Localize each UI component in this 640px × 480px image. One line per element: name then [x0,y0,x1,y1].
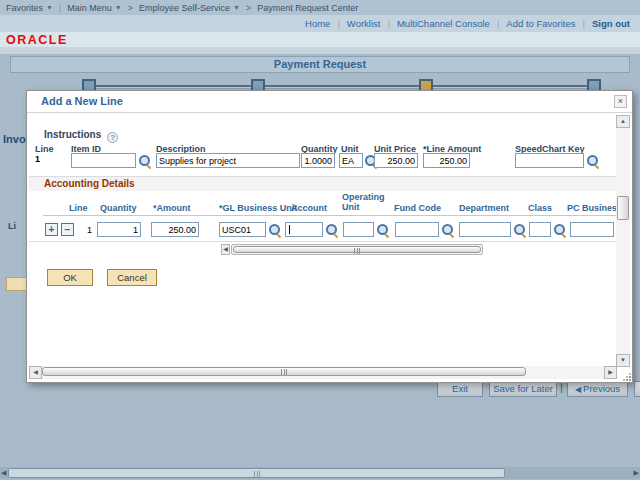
page-title: Payment Request [10,56,630,73]
grid-column-header: Fund Code [394,203,441,213]
multichannel-console-link[interactable]: MultiChannel Console [397,18,490,29]
gl-business-unit-lookup-icon[interactable] [269,224,281,236]
breadcrumb: Favorites ▼ | Main Menu ▼ > Employee Sel… [0,0,640,15]
class-input[interactable] [529,222,551,237]
department-input[interactable] [459,222,511,237]
link-separator: | [337,18,339,29]
page-horizontal-scrollbar[interactable]: ◀ ▶ [0,467,640,479]
logo-row: ORACLE [0,32,640,47]
account-input[interactable] [285,222,323,237]
ok-button[interactable]: OK [47,269,93,286]
instructions-label: Instructions? [44,129,118,143]
line-section-label-fragment: Li [8,221,23,231]
class-lookup-icon[interactable] [554,224,566,236]
previous-button[interactable]: ◀Previous [567,381,628,397]
favorites-menu[interactable]: Favorites ▼ [6,3,53,13]
line-amount-input[interactable] [423,153,470,168]
crumb-label: Payment Request Center [257,3,358,13]
grid-column-header: Account [291,203,327,213]
grid-column-header: Line [69,203,88,213]
scroll-right-icon[interactable]: ▶ [634,469,639,477]
gl-business-unit-input[interactable] [219,222,266,237]
wizard-step-line [88,85,600,89]
save-for-later-button[interactable]: Save for Later [489,381,557,397]
hscrollbar-thumb[interactable] [42,367,526,376]
scroll-up-icon[interactable]: ▲ [616,115,630,128]
unit-price-input[interactable] [374,153,418,168]
scroll-left-icon[interactable]: ◀ [29,366,42,379]
item-id-input[interactable] [71,153,136,168]
home-link[interactable]: Home [305,18,330,29]
account-lookup-icon[interactable] [326,224,338,236]
scroll-left-icon[interactable]: ◀ [221,244,230,255]
breadcrumb-employee-self-service[interactable]: Employee Self-Service ▼ [139,3,240,13]
line-number-value: 1 [35,154,40,164]
chevron-down-icon: ▼ [115,4,122,11]
item-id-lookup-icon[interactable] [139,155,151,167]
link-separator: | [583,18,585,29]
close-icon[interactable]: × [614,95,627,108]
exit-button-label: Exit [452,383,468,394]
scroll-down-icon[interactable]: ▼ [616,354,630,367]
accounting-grid-row: + − 1 [29,217,616,242]
instructions-text: Instructions [44,129,101,140]
breadcrumb-separator: | [59,3,61,13]
speedchart-lookup-icon[interactable] [587,155,599,167]
screen: Favorites ▼ | Main Menu ▼ > Employee Sel… [0,0,640,480]
speedchart-key-input[interactable] [515,153,584,168]
previous-label: Previous [583,383,620,394]
grid-horizontal-scrollbar[interactable]: ◀ [221,244,483,255]
operating-unit-lookup-icon[interactable] [377,224,389,236]
dialog-vertical-scrollbar[interactable]: ▲ ▼ [616,115,630,367]
dialog-title: Add a New Line [41,95,123,107]
operating-unit-input[interactable] [343,222,374,237]
page-scrollbar-thumb[interactable] [8,468,505,478]
grid-column-header: *Amount [153,203,191,213]
scroll-left-icon[interactable]: ◀ [1,469,6,477]
pc-business-unit-input[interactable] [570,222,614,237]
grid-scrollbar-thumb[interactable] [233,246,481,253]
breadcrumb-payment-request-center[interactable]: Payment Request Center [257,3,358,13]
oracle-logo: ORACLE [6,33,68,47]
vscrollbar-thumb[interactable] [617,196,629,220]
exit-button[interactable]: Exit [437,381,483,397]
fund-code-lookup-icon[interactable] [442,224,454,236]
grid-column-header: Department [459,203,509,213]
accounting-details-label: Accounting Details [44,178,135,189]
dialog-horizontal-scrollbar[interactable]: ◀ ▶ [29,366,617,379]
favorites-label: Favorites [6,3,43,13]
save-for-later-label: Save for Later [493,383,553,394]
description-input[interactable] [156,153,300,168]
link-separator: | [387,18,389,29]
dialog-titlebar: Add a New Line × [27,91,632,113]
add-to-favorites-link[interactable]: Add to Favorites [506,18,575,29]
quantity-input[interactable] [301,153,335,168]
row-amount-input[interactable] [151,222,199,237]
line-label: Line [35,144,54,154]
ok-button-label: OK [63,272,77,283]
unit-input[interactable] [339,153,363,168]
grid-scrollbar-track[interactable] [231,244,483,255]
fund-code-input[interactable] [395,222,439,237]
previous-arrow-icon: ◀ [575,385,581,394]
main-menu[interactable]: Main Menu ▼ [67,3,121,13]
main-menu-label: Main Menu [67,3,112,13]
link-separator: | [497,18,499,29]
crumb-label: Employee Self-Service [139,3,230,13]
row-quantity-input[interactable] [97,222,141,237]
background-button-fragment [634,381,640,397]
chevron-down-icon: ▼ [233,4,240,11]
cancel-button[interactable]: Cancel [107,269,157,286]
sign-out-link[interactable]: Sign out [592,18,630,29]
help-icon[interactable]: ? [107,132,118,143]
dialog-resize-handle[interactable] [623,373,631,381]
department-lookup-icon[interactable] [514,224,526,236]
accounting-grid-header: Line Quantity *Amount *GL Business Unit … [43,192,616,216]
delete-row-button[interactable]: − [61,223,74,236]
grid-column-header: Quantity [100,203,137,213]
add-row-button[interactable]: + [45,223,58,236]
scroll-right-icon[interactable]: ▶ [604,366,617,379]
utility-links: Home | Worklist | MultiChannel Console |… [0,15,640,32]
worklist-link[interactable]: Worklist [347,18,381,29]
row-line-number: 1 [87,225,92,235]
